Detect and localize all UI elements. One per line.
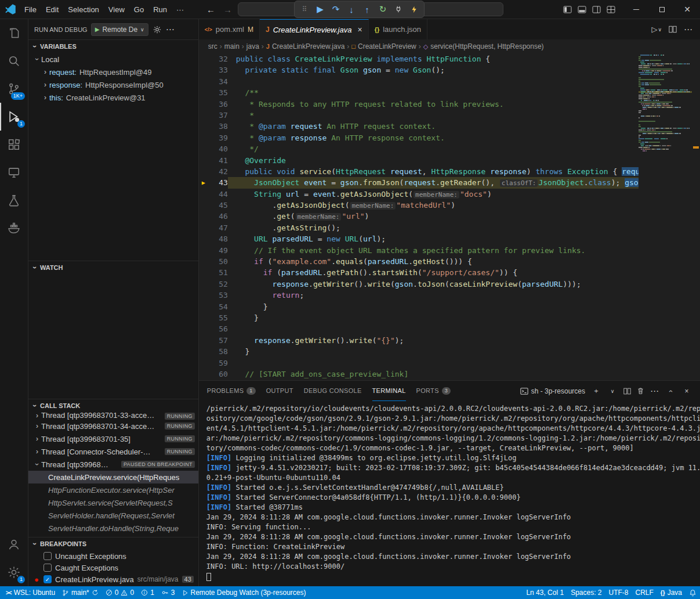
step-out-icon[interactable]: ↑ [360,2,374,16]
gutter[interactable] [199,301,208,312]
more-actions-icon[interactable]: ⋯ [166,24,175,35]
stack-frame[interactable]: ServletHolder.handle(Request,Servlet [28,509,198,522]
call-stack-thread[interactable]: ›Thread [Connector-Scheduler-…RUNNING [28,445,198,458]
eol-sequence[interactable]: CRLF [632,586,657,599]
gutter[interactable] [199,245,208,256]
continue-icon[interactable]: ▶ [313,2,327,16]
code-line[interactable]: 36 * Responds to any HTTP request relate… [199,99,639,110]
run-and-debug-icon[interactable]: 1 [0,103,28,131]
code-line[interactable]: 46 .get(memberName:"url") [199,211,639,222]
code-line[interactable]: 59 [199,358,639,369]
code-line[interactable]: 51 if (parsedURL.getPath().startsWith("/… [199,267,639,278]
code-line[interactable]: 33 private static final Gson gson = new … [199,64,639,75]
gutter[interactable] [199,369,208,380]
tab-launch-json[interactable]: {} launch.json [369,19,427,39]
gutter[interactable] [199,110,208,121]
testing-icon[interactable] [0,186,28,214]
gutter[interactable] [199,200,208,211]
language-mode[interactable]: {} Java [657,586,686,599]
gutter[interactable] [199,279,208,290]
split-editor-icon[interactable] [669,26,677,33]
settings-gear-icon[interactable]: 1 [0,558,28,586]
gutter[interactable] [199,189,208,200]
problems-status[interactable]: 0 0 [102,586,137,599]
menu-item-[interactable]: ··· [172,3,188,16]
gutter[interactable] [199,143,208,154]
menu-item-run[interactable]: Run [148,3,172,16]
panel-tab-output[interactable]: OUTPUT [266,381,293,401]
overview-ruler[interactable] [692,53,700,380]
gutter[interactable] [199,256,208,267]
nav-forward-icon[interactable]: → [221,5,234,15]
key-status[interactable]: 3 [158,586,179,599]
more-actions-icon[interactable]: ⋯ [684,24,693,35]
split-terminal-icon[interactable] [623,388,631,395]
gutter[interactable] [199,211,208,222]
variables-header[interactable]: › VARIABLES [28,40,198,53]
close-panel-icon[interactable]: × [681,386,692,396]
gutter[interactable] [199,222,208,233]
breakpoint-row[interactable]: ●Uncaught Exceptions [28,550,198,562]
maximize-panel-icon[interactable]: › [665,386,676,396]
more-actions-icon[interactable]: ⋯ [650,386,659,396]
gutter[interactable] [199,267,208,278]
gutter[interactable] [199,155,208,166]
git-branch-status[interactable]: main* [59,586,102,599]
code-line[interactable]: 50 if ("example.com".equals(parsedURL.ge… [199,256,639,267]
call-stack-thread[interactable]: ›Thread [qtp399683701-34-acce…RUNNING [28,420,198,432]
breadcrumb-item[interactable]: service(HttpRequest, HttpResponse) [430,42,543,50]
close-button[interactable]: ✕ [674,0,700,19]
notifications[interactable] [686,586,700,599]
drag-handle-icon[interactable]: ⠿ [298,2,311,16]
terminal-instance[interactable]: sh - 3p-resources [520,387,585,395]
code-line[interactable]: 49 // If the event object URL matches a … [199,245,639,256]
panel-tab-terminal[interactable]: TERMINAL [372,381,406,401]
code-line[interactable]: 53 return; [199,290,639,301]
breadcrumb-item[interactable]: src [208,42,217,50]
extensions-icon[interactable] [0,131,28,158]
gutter[interactable] [199,121,208,132]
gutter[interactable] [199,76,208,87]
new-terminal-icon[interactable]: ＋ [591,386,601,396]
call-stack-thread[interactable]: ›Thread [qtp399683701-35]RUNNING [28,432,198,445]
restart-icon[interactable]: ↻ [376,2,390,16]
menu-item-selection[interactable]: Selection [63,3,103,16]
nav-back-icon[interactable]: ← [204,5,217,15]
stack-frame[interactable]: HttpFunctionExecutor.service(HttpSer [28,483,198,496]
watch-header[interactable]: › WATCH [28,261,198,274]
menu-item-go[interactable]: Go [129,3,148,16]
run-java-button[interactable]: ▷∨ [651,25,662,34]
code-line[interactable]: 32public class CreateLinkPreview impleme… [199,53,639,64]
command-center[interactable]: ⠿ ▶ ↷ ↓ ↑ ↻ [238,2,503,16]
code-line[interactable]: 40 */ [199,143,639,154]
variable-row[interactable]: ›response:HttpResponseImpl@50 [28,78,198,91]
maximize-button[interactable] [649,0,674,19]
call-stack-header[interactable]: › CALL STACK [28,399,198,412]
panel-tab-problems[interactable]: PROBLEMS1 [207,381,256,401]
breakpoints-header[interactable]: › BREAKPOINTS [28,537,198,550]
scope-row[interactable]: › Local [28,53,198,66]
code-line[interactable]: 38 * @param request An HTTP request cont… [199,121,639,132]
step-over-icon[interactable]: ↷ [329,2,343,16]
code-line[interactable]: 58 } [199,346,639,357]
terminal-dropdown-icon[interactable]: ∨ [607,386,618,396]
call-stack-thread[interactable]: ›Thread [qtp399683701-33-acce…RUNNING [28,412,198,420]
stack-frame[interactable]: HttpServlet.service(ServletRequest,S [28,496,198,509]
gutter[interactable] [199,335,208,346]
minimize-button[interactable]: ─ [623,0,649,19]
gutter[interactable] [199,233,208,244]
tab-createlinkpreview-java[interactable]: J CreateLinkPreview.java × [260,19,369,39]
terminal-output[interactable]: /pierrick/.m2/repository/io/cloudevents/… [199,401,700,586]
code-line[interactable]: ▶43 JsonObject event = gson.fromJson(req… [199,177,639,188]
breadcrumb-item[interactable]: main [224,42,240,50]
customize-layout-icon[interactable] [607,6,615,13]
code-line[interactable]: 35 /** [199,87,639,98]
gutter[interactable] [199,166,208,177]
hot-code-replace-icon[interactable] [407,2,421,16]
breakpoint-checkbox[interactable] [43,552,52,560]
code-line[interactable]: 48 URL parsedURL = new URL(url); [199,233,639,244]
breakpoint-row[interactable]: ●✓CreateLinkPreview.javasrc/main/java43 [28,573,198,585]
code-line[interactable]: 44 String url = event.getAsJsonObject(me… [199,189,639,200]
gutter[interactable] [199,99,208,110]
breakpoint-checkbox[interactable] [43,564,52,572]
